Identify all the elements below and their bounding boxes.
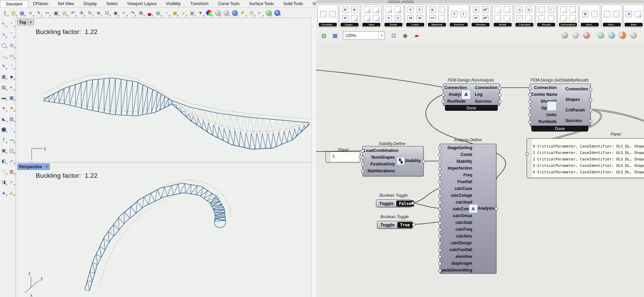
input-port-calcstab[interactable] <box>438 221 442 225</box>
input-port-calcgmax[interactable] <box>438 214 442 218</box>
deconstruct-icon[interactable] <box>560 6 567 13</box>
model-doc-icon[interactable] <box>495 6 501 13</box>
arc-tool[interactable]: ◡ <box>0 52 7 59</box>
menu-item-viewport-layout[interactable]: Viewport Layout <box>122 0 161 7</box>
material-code-icon[interactable]: <> <box>429 15 436 21</box>
material-2-icon[interactable] <box>439 15 445 21</box>
chevron-down-icon[interactable]: ▼ <box>379 32 384 39</box>
shell-icon[interactable] <box>385 6 392 13</box>
shell-2-icon[interactable] <box>395 6 401 13</box>
save-icon[interactable]: ▦ <box>18 9 26 17</box>
menu-item-transform[interactable]: Transform <box>185 0 213 7</box>
output-port-success[interactable] <box>589 119 592 123</box>
viewport-layout-icon[interactable]: ⊞ <box>137 9 145 17</box>
mod-lines-icon[interactable]: ≣ <box>582 11 589 17</box>
new-file-icon[interactable]: ▯ <box>1 9 9 17</box>
viewport-top[interactable]: Top ▼ Buckling factor: 1.22 yx <box>16 18 312 162</box>
pan-hand-icon[interactable]: ✣ <box>78 9 85 17</box>
input-port-positiveonly[interactable] <box>361 163 364 166</box>
input-port-stagesetting[interactable] <box>438 146 442 150</box>
cylinder-tool[interactable]: ▬ <box>0 94 7 101</box>
array-tool[interactable]: ∷ <box>0 168 7 175</box>
input-port-connection[interactable] <box>528 86 532 90</box>
menu-item-solid-tools[interactable]: Solid Tools <box>279 0 308 7</box>
menu-item-standard[interactable]: Standard <box>0 0 28 7</box>
output-port-log[interactable] <box>498 93 501 97</box>
trim-tool[interactable]: ◣ <box>0 115 7 122</box>
surface-bend-tool[interactable]: ◆ <box>8 73 15 80</box>
bar-frame-3-icon[interactable] <box>364 15 370 21</box>
sphere-blue-icon[interactable] <box>231 9 238 17</box>
menu-item-display[interactable]: Display <box>79 0 101 7</box>
split-tool[interactable]: ▥ <box>8 115 15 122</box>
input-port-runnode[interactable] <box>442 100 445 103</box>
menu-item-cplanes[interactable]: CPlanes <box>28 0 53 7</box>
output-port-success[interactable] <box>498 100 501 103</box>
output-port-shapes[interactable] <box>589 98 592 102</box>
color-wheel-icon[interactable] <box>205 9 213 17</box>
preview-shaded-icon[interactable] <box>560 31 569 40</box>
menu-item-surface-tools[interactable]: Surface Tools <box>244 0 279 7</box>
earth-icon[interactable] <box>265 9 273 17</box>
dimension-icon[interactable]: ⊢ <box>256 9 264 17</box>
result-2-icon[interactable] <box>539 15 545 21</box>
open-file-icon[interactable]: ▨ <box>319 31 328 40</box>
shell-v-icon[interactable]: V <box>385 15 392 21</box>
block-tool[interactable]: ▣ <box>0 147 7 154</box>
copy-icon[interactable]: ▣ <box>52 9 60 17</box>
input-port-calcfootfall[interactable] <box>438 248 442 252</box>
corner-curve-tool[interactable]: ◝ <box>8 63 15 70</box>
output-port-critparam[interactable] <box>589 109 592 112</box>
material-d-icon[interactable]: D <box>429 6 436 13</box>
arc-handles-tool[interactable]: ⌒ <box>8 31 15 38</box>
input-port-runnode[interactable] <box>528 120 532 124</box>
section-i-icon[interactable]: I <box>460 11 467 17</box>
edit-note-icon[interactable]: ✎ <box>35 9 43 17</box>
mod-2-icon[interactable] <box>591 11 598 17</box>
sphere-gray-icon[interactable] <box>214 9 221 17</box>
menu-item-set-view[interactable]: Set View <box>53 0 79 7</box>
sphere-tool[interactable]: ◐ <box>8 84 15 91</box>
lock-icon[interactable]: ▣ <box>188 9 196 17</box>
output-port-stability[interactable] <box>422 160 425 163</box>
input-port-numiterations[interactable] <box>361 170 364 173</box>
shell-v2-icon[interactable]: V <box>395 15 401 21</box>
viewport-top-tab[interactable]: Top ▼ <box>17 19 34 25</box>
result-chart-icon[interactable] <box>539 6 545 13</box>
output-port-connection[interactable] <box>498 86 501 90</box>
move-tool[interactable]: ↝ <box>8 136 15 143</box>
foundation-pedestal-icon[interactable] <box>329 11 336 17</box>
viewport-perspective[interactable]: Perspective ▼ Buckling factor: 1.22 zyx <box>16 162 312 297</box>
input-port-footfall[interactable] <box>438 180 442 184</box>
output-port-connection[interactable] <box>589 88 592 91</box>
output-port-toggle-true[interactable] <box>412 223 415 226</box>
viewport-perspective-tab[interactable]: Perspective ▼ <box>17 163 50 170</box>
zoom-window-icon[interactable]: ⊡ <box>103 9 111 17</box>
boolean-toggle-false[interactable]: ToggleFalse <box>376 199 412 207</box>
calc-2-icon[interactable] <box>526 15 532 21</box>
bar-frame-2-icon[interactable] <box>373 6 379 13</box>
redraw-brush-icon[interactable]: ▰ <box>412 31 421 40</box>
bar-frame-4-icon[interactable] <box>373 15 379 21</box>
output-port-panel-small[interactable] <box>359 155 362 159</box>
text-tool[interactable]: T <box>0 136 7 143</box>
support-axes-r-icon[interactable]: R <box>351 6 358 13</box>
explode-tool[interactable]: ✦ <box>0 105 7 112</box>
release-k-icon[interactable]: K <box>473 6 479 13</box>
output-port-toggle-false[interactable] <box>411 202 414 205</box>
print-icon[interactable]: ≡ <box>27 9 34 17</box>
support-axes-h-icon[interactable]: H <box>342 15 348 21</box>
calc-a-icon[interactable]: A <box>516 6 523 13</box>
group-shapes-icon[interactable]: ▣ <box>171 9 179 17</box>
polyline-tool[interactable]: ✎ <box>0 63 7 70</box>
rectangle-tool[interactable]: ▭ <box>8 52 15 59</box>
save-file-icon[interactable]: ▦ <box>331 31 340 40</box>
undo-icon[interactable]: ↶ <box>69 9 77 17</box>
release-kf-icon[interactable]: Kᶠ <box>473 15 479 21</box>
preview-eye-icon[interactable]: ◉ <box>401 31 410 40</box>
input-port-imperfection[interactable] <box>438 167 442 170</box>
beta-2-icon[interactable] <box>635 11 641 17</box>
mesh-box-tool[interactable]: ▩ <box>8 94 15 101</box>
zoom-target-icon[interactable]: ⌖ <box>120 9 128 17</box>
input-port-connection[interactable] <box>442 86 445 90</box>
